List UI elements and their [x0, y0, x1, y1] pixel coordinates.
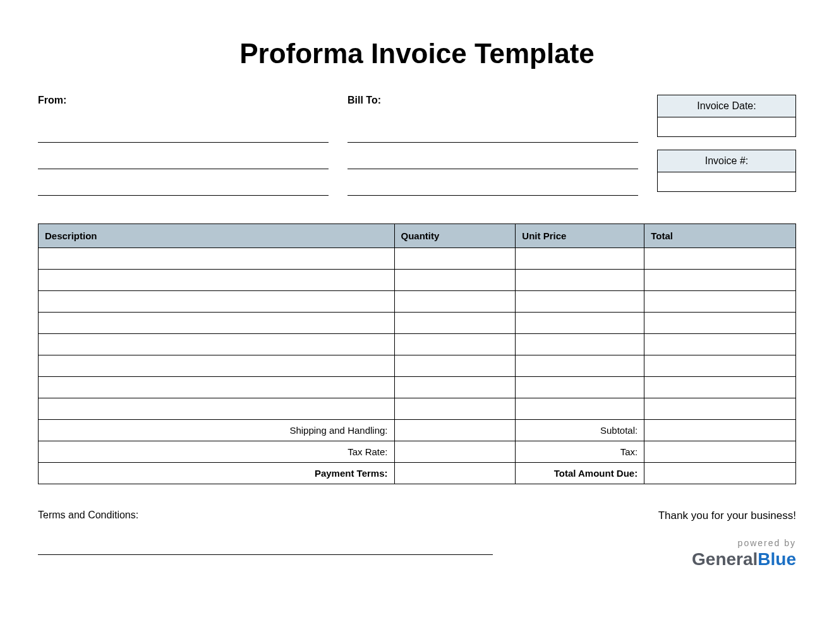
- cell-total[interactable]: [644, 248, 796, 270]
- page-title: Proforma Invoice Template: [38, 38, 796, 69]
- tax-rate-label: Tax Rate:: [39, 441, 395, 463]
- from-label: From:: [38, 95, 329, 106]
- table-row: [39, 334, 796, 355]
- table-header-row: Description Quantity Unit Price Total: [39, 224, 796, 248]
- cell-total[interactable]: [644, 334, 796, 355]
- cell-description[interactable]: [39, 377, 395, 398]
- billto-label: Bill To:: [348, 95, 638, 106]
- cell-unit-price[interactable]: [516, 270, 644, 291]
- meta-block: Invoice Date: Invoice #:: [657, 95, 796, 205]
- cell-unit-price[interactable]: [516, 248, 644, 270]
- tax-rate-value[interactable]: [394, 441, 516, 463]
- brand-part2: Blue: [758, 549, 796, 569]
- table-row: [39, 398, 796, 420]
- cell-description[interactable]: [39, 248, 395, 270]
- table-row: [39, 313, 796, 334]
- payment-terms-label: Payment Terms:: [39, 463, 395, 484]
- thankyou-text: Thank you for your business!: [658, 510, 796, 522]
- cell-unit-price[interactable]: [516, 291, 644, 313]
- cell-quantity[interactable]: [394, 270, 516, 291]
- shipping-label: Shipping and Handling:: [39, 420, 395, 441]
- payment-terms-value[interactable]: [394, 463, 516, 484]
- table-row: [39, 355, 796, 377]
- billto-line-2[interactable]: [348, 152, 638, 169]
- from-line-1[interactable]: [38, 125, 329, 143]
- cell-unit-price[interactable]: [516, 313, 644, 334]
- invoice-number-value[interactable]: [658, 172, 795, 191]
- cell-total[interactable]: [644, 398, 796, 420]
- terms-block: Terms and Conditions:: [38, 510, 493, 569]
- shipping-value[interactable]: [394, 420, 516, 441]
- cell-description[interactable]: [39, 270, 395, 291]
- cell-description[interactable]: [39, 334, 395, 355]
- billto-block: Bill To:: [348, 95, 638, 205]
- from-line-3[interactable]: [38, 178, 329, 196]
- col-unit-price: Unit Price: [516, 224, 644, 248]
- terms-label: Terms and Conditions:: [38, 510, 493, 521]
- col-description: Description: [39, 224, 395, 248]
- table-row: [39, 248, 796, 270]
- cell-quantity[interactable]: [394, 377, 516, 398]
- tax-value[interactable]: [644, 441, 796, 463]
- cell-description[interactable]: [39, 355, 395, 377]
- total-due-label: Total Amount Due:: [516, 463, 644, 484]
- cell-description[interactable]: [39, 291, 395, 313]
- table-row: [39, 291, 796, 313]
- invoice-date-value[interactable]: [658, 117, 795, 136]
- cell-total[interactable]: [644, 313, 796, 334]
- table-row: [39, 377, 796, 398]
- summary-row-tax: Tax Rate: Tax:: [39, 441, 796, 463]
- cell-quantity[interactable]: [394, 291, 516, 313]
- summary-row-total: Payment Terms: Total Amount Due:: [39, 463, 796, 484]
- cell-quantity[interactable]: [394, 313, 516, 334]
- cell-unit-price[interactable]: [516, 377, 644, 398]
- cell-description[interactable]: [39, 313, 395, 334]
- from-block: From:: [38, 95, 329, 205]
- brand-logo: GeneralBlue: [658, 549, 796, 569]
- cell-total[interactable]: [644, 377, 796, 398]
- powered-by-text: powered by: [658, 538, 796, 548]
- subtotal-value[interactable]: [644, 420, 796, 441]
- billto-line-3[interactable]: [348, 178, 638, 196]
- cell-unit-price[interactable]: [516, 398, 644, 420]
- cell-total[interactable]: [644, 355, 796, 377]
- invoice-number-label: Invoice #:: [658, 150, 795, 172]
- cell-quantity[interactable]: [394, 398, 516, 420]
- total-due-value[interactable]: [644, 463, 796, 484]
- invoice-number-box: Invoice #:: [657, 150, 796, 192]
- invoice-date-label: Invoice Date:: [658, 95, 795, 117]
- cell-unit-price[interactable]: [516, 355, 644, 377]
- tax-label: Tax:: [516, 441, 644, 463]
- cell-unit-price[interactable]: [516, 334, 644, 355]
- cell-quantity[interactable]: [394, 248, 516, 270]
- cell-total[interactable]: [644, 270, 796, 291]
- header-section: From: Bill To: Invoice Date: Invoice #:: [38, 95, 796, 205]
- summary-row-shipping: Shipping and Handling: Subtotal:: [39, 420, 796, 441]
- brand-part1: General: [692, 549, 758, 569]
- cell-total[interactable]: [644, 291, 796, 313]
- cell-description[interactable]: [39, 398, 395, 420]
- col-total: Total: [644, 224, 796, 248]
- billto-line-1[interactable]: [348, 125, 638, 143]
- cell-quantity[interactable]: [394, 334, 516, 355]
- right-footer: Thank you for your business! powered by …: [658, 510, 796, 569]
- subtotal-label: Subtotal:: [516, 420, 644, 441]
- from-line-2[interactable]: [38, 152, 329, 169]
- invoice-date-box: Invoice Date:: [657, 95, 796, 137]
- terms-line[interactable]: [38, 540, 493, 555]
- table-row: [39, 270, 796, 291]
- footer-section: Terms and Conditions: Thank you for your…: [38, 510, 796, 569]
- cell-quantity[interactable]: [394, 355, 516, 377]
- col-quantity: Quantity: [394, 224, 516, 248]
- items-table: Description Quantity Unit Price Total Sh…: [38, 224, 796, 484]
